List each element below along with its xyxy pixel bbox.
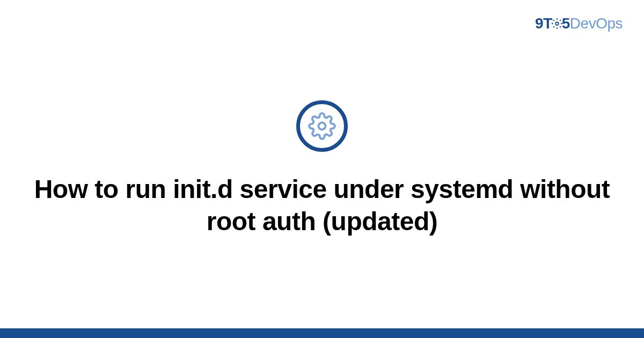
logo-text-9t: 9T	[535, 15, 552, 32]
brand-logo: 9T 5DevOps	[535, 15, 623, 32]
gear-icon	[308, 112, 336, 140]
logo-text-devops: DevOps	[570, 15, 623, 32]
logo-text-5: 5	[562, 15, 570, 32]
icon-circle	[296, 100, 348, 152]
main-content: How to run init.d service under systemd …	[0, 100, 644, 238]
page-title: How to run init.d service under systemd …	[32, 173, 612, 238]
gear-icon	[551, 18, 563, 30]
svg-point-0	[555, 22, 559, 25]
bottom-bar	[0, 328, 644, 338]
